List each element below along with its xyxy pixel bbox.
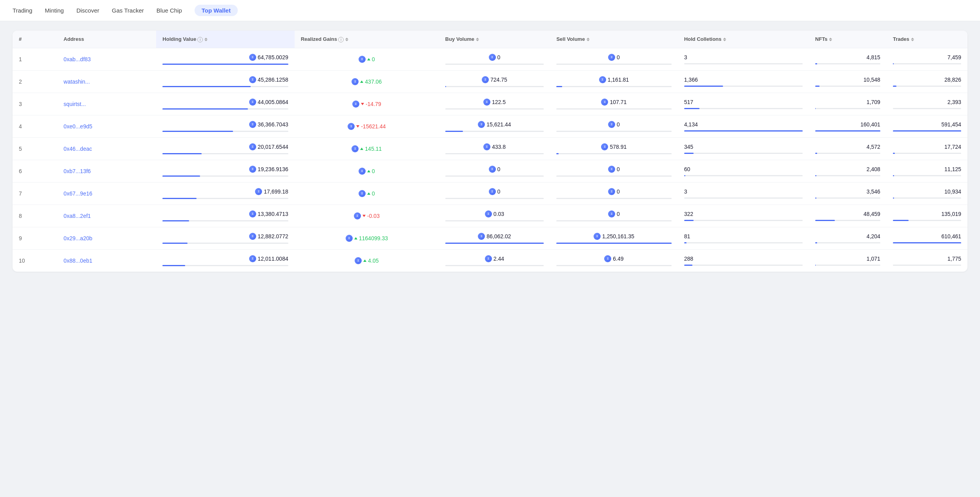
address-link[interactable]: squirtst... bbox=[64, 101, 86, 107]
holding-value: Ξ 12,011.0084 bbox=[249, 255, 288, 262]
hold-coll-progress-fill bbox=[684, 175, 685, 176]
col-header-buy-volume[interactable]: Buy Volume bbox=[439, 31, 550, 48]
nav-item-blue-chip[interactable]: Blue Chip bbox=[157, 5, 182, 16]
eth-icon: Ξ bbox=[352, 100, 359, 108]
address-link[interactable]: 0x29...a20b bbox=[64, 235, 92, 241]
eth-icon: Ξ bbox=[482, 76, 489, 83]
buy-volume-value: Ξ 0.03 bbox=[485, 210, 504, 217]
col-header-trades[interactable]: Trades bbox=[887, 31, 967, 48]
nav-item-minting[interactable]: Minting bbox=[45, 5, 64, 16]
sort-icons bbox=[723, 38, 726, 41]
rank-cell: 8 bbox=[13, 205, 57, 227]
nav-bar: TradingMintingDiscoverGas TrackerBlue Ch… bbox=[0, 0, 980, 21]
sell-progress-bg bbox=[556, 198, 672, 199]
sell-volume-cell: Ξ 1,161.81 bbox=[550, 70, 678, 93]
holding-progress-fill bbox=[162, 198, 197, 199]
col-header-sell-volume[interactable]: Sell Volume bbox=[550, 31, 678, 48]
eth-icon: Ξ bbox=[348, 123, 355, 130]
address-cell: 0x29...a20b bbox=[57, 227, 156, 249]
address-link[interactable]: watashin... bbox=[64, 79, 90, 85]
nfts-progress-bg bbox=[815, 197, 880, 199]
rank-cell: 6 bbox=[13, 160, 57, 182]
nfts-progress-bg bbox=[815, 130, 880, 132]
up-arrow-icon bbox=[367, 58, 370, 60]
trades-value: 2,393 bbox=[947, 99, 961, 105]
buy-volume-cell: Ξ 15,621.44 bbox=[439, 115, 550, 137]
nav-item-top-wallet[interactable]: Top Wallet bbox=[195, 5, 238, 16]
hold-coll-progress-bg bbox=[684, 108, 803, 109]
table-container: #AddressHolding ValueiRealized GainsiBuy… bbox=[13, 31, 967, 272]
table-row: 100x88...0eb1 Ξ 12,011.0084 Ξ 4.05 Ξ 2.4… bbox=[13, 249, 967, 272]
trades-cell: 610,461 bbox=[887, 227, 967, 249]
sell-volume-cell: Ξ 0 bbox=[550, 182, 678, 205]
eth-icon: Ξ bbox=[604, 255, 611, 262]
address-link[interactable]: 0xa8...2ef1 bbox=[64, 213, 91, 219]
nfts-progress-bg bbox=[815, 86, 880, 87]
address-cell: 0xa8...2ef1 bbox=[57, 205, 156, 227]
col-header-realized-gains[interactable]: Realized Gainsi bbox=[295, 31, 439, 48]
trades-progress-fill bbox=[893, 63, 894, 64]
address-link[interactable]: 0xe0...e9d5 bbox=[64, 123, 92, 130]
sell-progress-bg bbox=[556, 86, 672, 87]
nfts-progress-bg bbox=[815, 265, 880, 266]
nfts-progress-bg bbox=[815, 220, 880, 221]
hold-coll-progress-fill bbox=[684, 86, 723, 87]
rank-value: 6 bbox=[19, 168, 22, 174]
address-link[interactable]: 0x46...deac bbox=[64, 146, 92, 152]
holding-progress-bg bbox=[162, 108, 288, 110]
hold-collections-cell: 3 bbox=[678, 48, 809, 70]
eth-icon: Ξ bbox=[255, 188, 262, 195]
col-header-address: Address bbox=[57, 31, 156, 48]
hold-collections-value: 4,134 bbox=[684, 121, 698, 128]
nav-item-gas-tracker[interactable]: Gas Tracker bbox=[112, 5, 144, 16]
address-cell: 0xe0...e9d5 bbox=[57, 115, 156, 137]
buy-volume-cell: Ξ 0 bbox=[439, 160, 550, 182]
up-arrow-icon bbox=[360, 148, 363, 150]
trades-progress-fill bbox=[893, 242, 961, 243]
nav-item-discover[interactable]: Discover bbox=[77, 5, 99, 16]
address-link[interactable]: 0x88...0eb1 bbox=[64, 258, 92, 264]
trades-progress-bg bbox=[893, 108, 961, 109]
sell-volume-cell: Ξ 0 bbox=[550, 205, 678, 227]
sell-volume-value: Ξ 1,161.81 bbox=[599, 76, 629, 83]
col-header-holding-value[interactable]: Holding Valuei bbox=[156, 31, 294, 48]
buy-progress-bg bbox=[445, 131, 544, 132]
holding-value: Ξ 45,286.1258 bbox=[249, 76, 288, 83]
nfts-progress-fill bbox=[815, 242, 817, 243]
hold-collections-value: 81 bbox=[684, 233, 690, 239]
trades-progress-fill bbox=[893, 130, 961, 132]
trades-progress-bg bbox=[893, 220, 961, 221]
buy-volume-cell: Ξ 433.8 bbox=[439, 137, 550, 160]
buy-volume-cell: Ξ 122.5 bbox=[439, 93, 550, 115]
col-header-nfts[interactable]: NFTs bbox=[809, 31, 887, 48]
nfts-cell: 1,709 bbox=[809, 93, 887, 115]
sell-volume-cell: Ξ 1,250,161.35 bbox=[550, 227, 678, 249]
holding-progress-bg bbox=[162, 243, 288, 244]
trades-value: 7,459 bbox=[947, 54, 961, 60]
address-link[interactable]: 0x67...9e16 bbox=[64, 190, 92, 197]
address-link[interactable]: 0xab...df83 bbox=[64, 56, 91, 62]
address-cell: 0x88...0eb1 bbox=[57, 249, 156, 272]
hold-coll-progress-bg bbox=[684, 175, 803, 176]
nav-item-trading[interactable]: Trading bbox=[13, 5, 32, 16]
col-header-hold-colletions[interactable]: Hold Colletions bbox=[678, 31, 809, 48]
buy-volume-value: Ξ 0 bbox=[489, 188, 501, 195]
address-link[interactable]: 0xb7...13f6 bbox=[64, 168, 91, 174]
buy-volume-cell: Ξ 2.44 bbox=[439, 249, 550, 272]
rank-cell: 5 bbox=[13, 137, 57, 160]
nfts-value: 4,815 bbox=[867, 54, 880, 60]
holding-progress-fill bbox=[162, 153, 201, 154]
eth-icon: Ξ bbox=[489, 188, 496, 195]
address-cell: squirtst... bbox=[57, 93, 156, 115]
holding-progress-bg bbox=[162, 131, 288, 132]
trades-value: 28,826 bbox=[944, 77, 961, 83]
hold-collections-value: 3 bbox=[684, 54, 687, 60]
hold-collections-cell: 4,134 bbox=[678, 115, 809, 137]
sell-progress-fill bbox=[556, 243, 672, 244]
hold-coll-progress-fill bbox=[684, 108, 699, 109]
table-row: 2watashin... Ξ 45,286.1258 Ξ 437.06 Ξ 72… bbox=[13, 70, 967, 93]
sell-progress-bg bbox=[556, 108, 672, 110]
trades-progress-fill bbox=[893, 153, 895, 154]
buy-progress-bg bbox=[445, 220, 544, 221]
hold-collections-cell: 3 bbox=[678, 182, 809, 205]
